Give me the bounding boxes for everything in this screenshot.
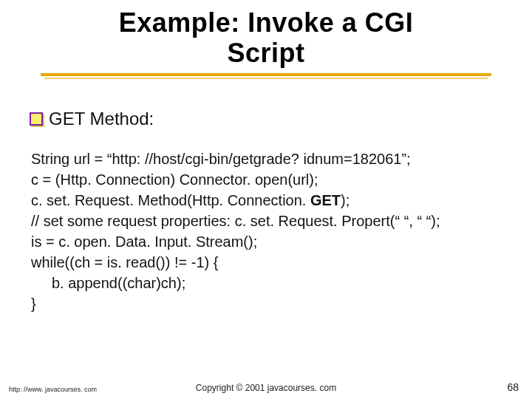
slide-title: Example: Invoke a CGI Script: [0, 0, 532, 69]
code-line: c = (Http. Connection) Connector. open(u…: [31, 169, 502, 190]
code-line: while((ch = is. read()) != -1) {: [31, 252, 502, 273]
code-block: String url = “http: //host/cgi-bin/getgr…: [31, 149, 502, 314]
title-underline: [0, 73, 532, 86]
code-line: c. set. Request. Method(Http. Connection…: [31, 190, 502, 211]
code-line: // set some request properties: c. set. …: [31, 211, 502, 231]
bullet-icon: [30, 112, 43, 126]
title-line-1: Example: Invoke a CGI: [0, 7, 532, 38]
code-line: }: [31, 293, 502, 314]
section-heading: GET Method:: [30, 109, 532, 129]
page-number: 68: [507, 381, 519, 393]
footer-copyright: Copyright © 2001 javacourses. com: [0, 383, 532, 393]
underline-bar: [41, 73, 491, 76]
code-line: b. append((char)ch);: [31, 273, 502, 293]
code-text: c. set. Request. Method(Http. Connection…: [31, 192, 310, 208]
code-text: );: [341, 192, 349, 208]
code-bold: GET: [310, 192, 341, 208]
underline-shadow: [44, 78, 488, 79]
code-line: is = c. open. Data. Input. Stream();: [31, 231, 502, 252]
heading-text: GET Method:: [49, 109, 154, 129]
code-line: String url = “http: //host/cgi-bin/getgr…: [31, 149, 502, 169]
title-line-2: Script: [0, 38, 532, 68]
